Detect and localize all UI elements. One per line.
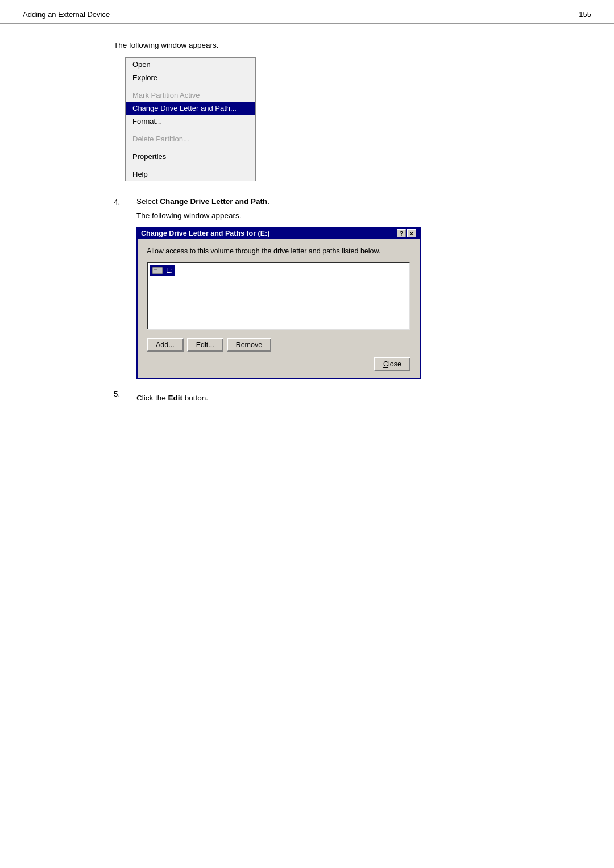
drive-list-item[interactable]: E: bbox=[150, 265, 175, 276]
step-5-prefix: Click the bbox=[136, 394, 168, 402]
menu-item-mark-partition: Mark Partition Active bbox=[126, 89, 255, 102]
step-4-text: Select Change Drive Letter and Path. bbox=[136, 197, 591, 206]
drive-label: E: bbox=[166, 266, 173, 274]
step-4-suffix: . bbox=[267, 197, 269, 206]
menu-divider-4 bbox=[126, 163, 255, 168]
step-5: 5. Click the Edit button. bbox=[114, 389, 591, 402]
page-content: The following window appears. Open Explo… bbox=[0, 24, 614, 435]
titlebar-buttons: ? × bbox=[397, 229, 416, 237]
dialog-titlebar: Change Drive Letter and Paths for (E:) ?… bbox=[138, 228, 420, 239]
dialog-window: Change Drive Letter and Paths for (E:) ?… bbox=[136, 227, 421, 379]
page-header: Adding an External Device 155 bbox=[0, 0, 614, 24]
close-btn-label: Close bbox=[383, 360, 401, 368]
menu-item-help[interactable]: Help bbox=[126, 168, 255, 181]
menu-divider-1 bbox=[126, 84, 255, 89]
dialog-title: Change Drive Letter and Paths for (E:) bbox=[141, 229, 269, 237]
add-button[interactable]: Add... bbox=[147, 338, 184, 352]
menu-divider-3 bbox=[126, 145, 255, 150]
close-button[interactable]: Close bbox=[374, 357, 410, 371]
menu-divider-2 bbox=[126, 128, 255, 132]
menu-item-properties[interactable]: Properties bbox=[126, 150, 255, 163]
dialog-description: Allow access to this volume through the … bbox=[147, 247, 410, 255]
drive-list-area[interactable]: E: bbox=[147, 262, 410, 330]
step-5-text: Click the Edit button. bbox=[136, 394, 591, 402]
menu-item-format[interactable]: Format... bbox=[126, 115, 255, 128]
menu-item-explore[interactable]: Explore bbox=[126, 71, 255, 84]
header-left: Adding an External Device bbox=[23, 10, 110, 19]
dialog-body: Allow access to this volume through the … bbox=[138, 239, 420, 378]
drive-icon bbox=[152, 267, 163, 274]
menu-item-delete-partition: Delete Partition... bbox=[126, 132, 255, 145]
step-4-content: Select Change Drive Letter and Path. The… bbox=[136, 197, 591, 379]
step-5-content: Click the Edit button. bbox=[136, 389, 591, 402]
remove-button[interactable]: Remove bbox=[227, 338, 272, 352]
step-4-subtitle: The following window appears. bbox=[136, 211, 591, 220]
edit-button[interactable]: Edit... bbox=[187, 338, 223, 352]
dialog-close-row: Close bbox=[147, 357, 410, 371]
step-4-number: 4. bbox=[114, 197, 136, 206]
step-5-number: 5. bbox=[114, 389, 136, 398]
edit-btn-label: Edit... bbox=[196, 341, 214, 349]
step-5-bold: Edit bbox=[168, 394, 183, 402]
context-menu: Open Explore Mark Partition Active Chang… bbox=[125, 57, 256, 181]
dialog-help-button[interactable]: ? bbox=[397, 229, 406, 237]
step-4: 4. Select Change Drive Letter and Path. … bbox=[114, 197, 591, 379]
dialog-buttons-row: Add... Edit... Remove bbox=[147, 338, 410, 352]
step-4-bold: Change Drive Letter and Path bbox=[160, 197, 267, 206]
menu-item-open[interactable]: Open bbox=[126, 58, 255, 71]
step-5-suffix: button. bbox=[182, 394, 208, 402]
intro-text: The following window appears. bbox=[114, 41, 591, 49]
add-btn-label: Add... bbox=[156, 341, 175, 349]
dialog-close-button[interactable]: × bbox=[407, 229, 416, 237]
remove-btn-label: Remove bbox=[236, 341, 263, 349]
header-right: 155 bbox=[579, 10, 591, 19]
step-4-prefix: Select bbox=[136, 197, 160, 206]
menu-item-change-drive[interactable]: Change Drive Letter and Path... bbox=[126, 102, 255, 115]
